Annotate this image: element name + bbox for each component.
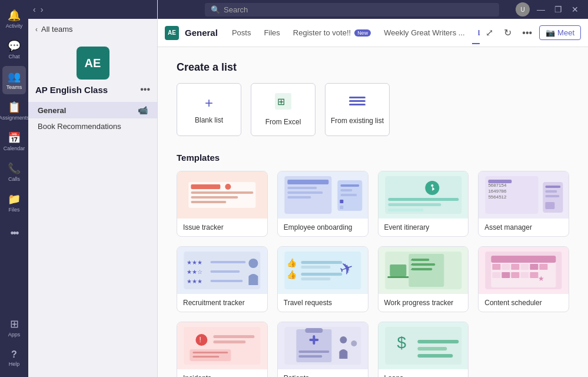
svg-rect-23	[385, 176, 461, 214]
template-travel-requests[interactable]: 👍 👍 ✈ Travel requests	[277, 246, 368, 312]
from-excel-option[interactable]: ⊞ From Excel	[251, 83, 315, 136]
svg-rect-9	[191, 191, 253, 194]
template-label-patients: Patients	[278, 369, 368, 377]
new-badge: New	[354, 29, 371, 37]
template-thumb-incidents: !	[177, 322, 267, 369]
channel-avatar: AE	[165, 26, 179, 40]
team-section: AE AP English Class •••	[28, 39, 157, 102]
tab-weekly[interactable]: Weekly Great Writers ...	[378, 21, 471, 44]
more-options-icon[interactable]: •••	[519, 25, 536, 41]
nav-item-calls[interactable]: 📞 Calls	[2, 158, 26, 186]
svg-rect-53	[301, 277, 330, 280]
minimize-button[interactable]: —	[534, 4, 547, 15]
user-avatar[interactable]: U	[516, 2, 530, 16]
template-event-itinerary[interactable]: Event itinerary	[378, 171, 469, 237]
svg-rect-100	[417, 347, 447, 350]
tab-register[interactable]: Register to vote!! New	[287, 21, 377, 44]
nav-item-files[interactable]: 📁 Files	[2, 188, 26, 217]
svg-rect-85	[190, 349, 231, 361]
refresh-icon[interactable]: ↻	[500, 25, 515, 41]
channel-item-general[interactable]: General 📹	[28, 102, 157, 118]
nav-item-apps[interactable]: ⊞ Apps	[2, 313, 26, 342]
svg-text:!: !	[199, 336, 201, 344]
svg-text:★★★: ★★★	[187, 278, 202, 285]
nav-item-help[interactable]: ? Help	[2, 344, 26, 372]
svg-rect-74	[493, 272, 501, 278]
nav-item-teams[interactable]: 👥 Teams	[2, 66, 26, 94]
channel-list: General 📹 Book Recommendations	[28, 102, 157, 134]
svg-rect-76	[511, 272, 520, 278]
nav-item-activity[interactable]: 🔔 Activity	[2, 5, 26, 33]
blank-list-option[interactable]: + Blank list	[177, 83, 241, 136]
template-employee-onboarding[interactable]: Employee onboarding	[277, 171, 368, 237]
svg-text:👍: 👍	[287, 258, 297, 268]
svg-rect-58	[411, 263, 435, 266]
svg-text:1649786: 1649786	[489, 188, 507, 194]
template-work-progress[interactable]: ✓ ✓ ✓ Work progress tracker	[378, 246, 469, 312]
nav-item-chat[interactable]: 💬 Chat	[2, 35, 26, 64]
search-bar[interactable]: 🔍	[205, 3, 499, 16]
template-thumb-travel: 👍 👍 ✈	[278, 247, 368, 294]
back-chevron-icon: ‹	[35, 25, 38, 34]
svg-rect-43	[210, 261, 245, 263]
nav-item-assignments[interactable]: 📋 Assignments	[2, 97, 26, 125]
template-loans[interactable]: $ Loans	[378, 322, 469, 377]
video-icon: 📹	[138, 105, 148, 115]
team-name-row: AP English Class •••	[35, 84, 150, 95]
tab-bar: Posts Files Register to vote!! New Weekl…	[226, 21, 480, 44]
meet-button[interactable]: 📷 Meet	[539, 25, 581, 40]
template-incidents[interactable]: ! Incidents	[177, 322, 268, 377]
app-titlebar: 🔍 U — ❐ ✕	[158, 0, 588, 19]
close-button[interactable]: ✕	[569, 4, 581, 15]
maximize-button[interactable]: ❐	[552, 4, 564, 15]
template-thumb-loans: $	[378, 322, 469, 369]
channel-item-book-recommendations[interactable]: Book Recommendations	[28, 118, 157, 134]
svg-rect-14	[287, 187, 317, 189]
template-label-issue: Issue tracker	[177, 219, 267, 236]
forward-button[interactable]: ›	[41, 5, 44, 14]
svg-rect-87	[192, 356, 219, 358]
svg-text:$: $	[397, 333, 406, 352]
tab-lists[interactable]: Lists ▾	[472, 21, 480, 44]
calls-icon: 📞	[8, 162, 21, 175]
apps-icon: ⊞	[10, 318, 19, 330]
content-area: Create a list + Blank list ⊞ From Excel …	[158, 47, 588, 377]
svg-rect-67	[491, 256, 556, 263]
existing-list-icon	[349, 94, 366, 112]
svg-rect-86	[192, 352, 228, 353]
camera-icon: 📷	[546, 28, 555, 37]
left-nav: 🔔 Activity 💬 Chat 👥 Teams 📋 Assignments …	[0, 0, 28, 377]
template-label-loans: Loans	[378, 369, 469, 377]
nav-item-calendar[interactable]: 📅 Calendar	[2, 127, 26, 156]
from-existing-option[interactable]: From existing list	[325, 83, 390, 136]
template-thumb-event	[378, 171, 469, 219]
tab-files[interactable]: Files	[258, 21, 285, 44]
svg-rect-99	[417, 340, 459, 343]
search-input[interactable]	[224, 5, 493, 14]
template-patients[interactable]: Patients	[277, 322, 368, 377]
sidebar: ‹ › ‹ All teams AE AP English Class ••• …	[28, 0, 158, 377]
svg-rect-92	[313, 335, 315, 345]
excel-icon: ⊞	[275, 93, 291, 113]
svg-rect-75	[502, 272, 510, 278]
svg-text:★★★: ★★★	[187, 259, 202, 266]
template-content-scheduler[interactable]: ★ Content scheduler	[478, 246, 569, 312]
svg-rect-11	[191, 201, 226, 203]
svg-rect-101	[417, 354, 453, 358]
svg-rect-72	[530, 264, 539, 270]
template-thumb-asset: 5687154 1649786 5564512	[479, 171, 569, 219]
template-issue-tracker[interactable]: Issue tracker	[177, 171, 268, 237]
svg-rect-71	[521, 264, 529, 270]
nav-item-more[interactable]: •••	[2, 219, 26, 247]
team-more-button[interactable]: •••	[140, 84, 150, 95]
template-recruitment-tracker[interactable]: ★★★ ★★☆ ★★★ Recruitment tracker	[177, 246, 268, 312]
expand-icon[interactable]: ⤢	[482, 25, 497, 41]
back-button[interactable]: ‹	[33, 5, 36, 14]
svg-text:★: ★	[539, 275, 545, 283]
template-asset-manager[interactable]: 5687154 1649786 5564512 Asset manager	[478, 171, 569, 237]
svg-rect-93	[298, 350, 329, 353]
svg-rect-26	[388, 198, 459, 201]
all-teams-link[interactable]: ‹ All teams	[28, 19, 157, 39]
titlebar-nav: ‹ ›	[33, 5, 43, 14]
tab-posts[interactable]: Posts	[226, 21, 257, 44]
